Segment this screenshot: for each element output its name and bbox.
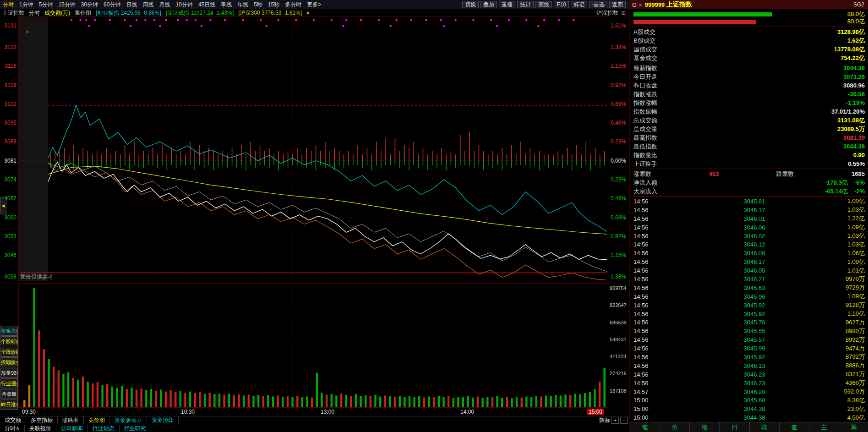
panel-tab[interactable]: 笔 <box>630 422 660 432</box>
panel-tab[interactable]: 日 <box>719 422 749 432</box>
panel-tab[interactable]: 联 <box>749 422 779 432</box>
tick-volume: 8.38亿 <box>765 396 865 405</box>
side-button[interactable]: 昨日涨停 <box>0 399 18 410</box>
side-button[interactable]: 个股诊断 <box>0 347 18 357</box>
panel-tab[interactable]: 价 <box>660 422 689 432</box>
info-tab[interactable]: 分时∧ <box>0 425 25 432</box>
pct-label: 1.38% <box>611 44 626 50</box>
chart-header-item[interactable]: 竞价图 <box>72 9 93 17</box>
indicator-tab[interactable]: 资金驱动力 <box>110 416 147 424</box>
timeframe-item[interactable]: 15秒 <box>265 1 282 9</box>
timeframe-item[interactable]: 10分钟 <box>173 1 195 9</box>
quote-row: A股成交3128.98亿 <box>630 27 868 36</box>
side-button[interactable]: 含权股 <box>0 389 18 399</box>
side-button[interactable]: 投顾服务 <box>0 357 18 367</box>
timeframe-item[interactable]: 15分钟 <box>55 1 78 9</box>
indicator-tab[interactable]: 多空指标 <box>26 416 58 424</box>
separator <box>630 27 868 27</box>
timeframe-item[interactable]: 分时 <box>0 1 16 9</box>
tick-price: 3046.12 <box>666 241 765 248</box>
volume-scale-label: 959754 <box>610 285 627 291</box>
down-count-label: 跌家数 <box>776 170 794 178</box>
toolbar-button[interactable]: 统计 <box>517 1 534 8</box>
quote-panel: 88.0亿80.0亿 A股成交3128.98亿B股成交1.62亿国债成交1377… <box>629 9 868 432</box>
tick-volume: 1.22亿 <box>765 214 865 223</box>
tick-row: 14:563046.238321万 <box>630 370 868 379</box>
timeframe-item[interactable]: 45日线 <box>196 1 218 9</box>
indicator-tab[interactable]: 资金博弈 <box>147 416 179 424</box>
toolbar-button[interactable]: 画线 <box>535 1 552 8</box>
overlay-quote[interactable]: [创业板指 2425.96 -0.86%] <box>93 9 164 17</box>
sidebar-header: G ≡ 999999 上证指数 SG2 <box>629 0 868 10</box>
toolbar-button[interactable]: -自选 <box>589 1 607 8</box>
close-icon[interactable]: × <box>26 28 29 35</box>
panel-tab[interactable]: 筹 <box>839 422 868 432</box>
timeframe-item[interactable]: 60分钟 <box>101 1 123 9</box>
tick-time: 14:56 <box>633 276 666 283</box>
tick-row: 14:563045.558980万 <box>630 327 868 335</box>
side-button[interactable]: 行业掘金 <box>0 378 18 388</box>
chart-header-right: 沪深指数 ⊞ <box>596 9 629 17</box>
flow-label: 大宗流入 <box>633 187 657 196</box>
timeframe-item[interactable]: 月线 <box>156 1 173 9</box>
toolbar-button[interactable]: 叠加 <box>480 1 497 8</box>
tick-volume: 1.09亿 <box>765 223 865 231</box>
info-tab[interactable]: 关联报价 <box>25 425 56 432</box>
timeframe-item[interactable]: 多分时 <box>282 1 304 9</box>
price-label: 3074 <box>4 176 16 183</box>
chart-canvas[interactable] <box>18 16 609 409</box>
timeframe-item[interactable]: 季线 <box>218 1 235 9</box>
timeframe-item[interactable]: 5分钟 <box>36 1 56 9</box>
price-label: 3053 <box>4 233 16 240</box>
info-tab[interactable]: 行业动态 <box>88 425 120 432</box>
toolbar-button[interactable]: 返回 <box>609 1 626 8</box>
tick-time: 15:00 <box>633 405 666 412</box>
timeframe-item[interactable]: 周线 <box>140 1 156 9</box>
info-tab[interactable]: 行业研究 <box>120 425 151 432</box>
pct-label: 0.23% <box>611 176 626 183</box>
timeframe-item[interactable]: 1分钟 <box>16 1 36 9</box>
chart-header-item[interactable]: 成交额(万) <box>42 9 72 17</box>
toolbar-button[interactable]: 重播 <box>499 1 515 8</box>
chart-header-item[interactable]: 分时 <box>27 9 42 17</box>
indicator-tab[interactable]: 涨跌率 <box>58 416 84 424</box>
panel-tab[interactable]: 主 <box>809 422 839 432</box>
timeframe-item[interactable]: 更多> <box>304 1 324 9</box>
timeframe-item[interactable]: 日线 <box>123 1 140 9</box>
chart-header-item[interactable]: 上证指数 <box>0 9 27 17</box>
tick-time: 14:56 <box>633 380 666 387</box>
panel-tab[interactable]: 细 <box>689 422 719 432</box>
flow-pct: -6% <box>854 179 865 186</box>
overlay-quote[interactable]: [深证成指 11027.24 -1.43%] <box>164 9 236 17</box>
tick-row: 15:003045.688.38亿 <box>630 396 868 405</box>
timeframe-item[interactable]: 5秒 <box>251 1 265 9</box>
info-tab[interactable]: 公司新闻 <box>56 425 88 432</box>
side-button[interactable]: 放量935 <box>0 368 18 378</box>
tick-volume: 9128万 <box>765 301 865 309</box>
tick-time: 14:56 <box>633 267 666 274</box>
indicator-tab[interactable]: 成交额 <box>0 416 26 424</box>
price-label: 3081 <box>4 158 16 164</box>
toolbar-button[interactable]: 标记 <box>571 1 587 8</box>
timeframe-item[interactable]: 30分钟 <box>78 1 101 9</box>
panel-tabs: 笔价细日联值主筹 <box>630 422 868 432</box>
indicator-tab[interactable]: 竞价图 <box>84 416 110 424</box>
side-button[interactable]: 个股研报 <box>0 336 18 346</box>
quote-value: 3044.38 <box>843 65 865 71</box>
panel-tab[interactable]: 值 <box>779 422 809 432</box>
toolbar-button[interactable]: 切换 <box>462 1 479 8</box>
intraday-chart[interactable]: × 竞价仅供参考 <box>18 16 609 409</box>
index-board-link[interactable]: 沪深指数 <box>596 9 621 17</box>
add-indicator-button[interactable]: + <box>611 417 619 424</box>
hamburger-icon[interactable]: ≡ <box>639 1 645 8</box>
indicator-label[interactable]: 指标 <box>599 416 610 424</box>
panel-grid-icon[interactable]: ⊞ <box>621 10 626 16</box>
collapse-arrow-icon[interactable]: ◀ <box>0 197 6 214</box>
toolbar-button[interactable]: F10 <box>554 1 569 8</box>
remove-indicator-button[interactable]: - <box>620 417 628 424</box>
side-button[interactable]: 资金流向 <box>0 326 18 336</box>
overlay-quote[interactable]: [沪深300 3776.53 -1.61%] <box>236 9 304 17</box>
tick-price: 3046.06 <box>666 224 765 231</box>
timeframe-item[interactable]: 年线 <box>235 1 251 9</box>
topbar: 分时1分钟5分钟15分钟30分钟60分钟日线周线月线10分钟45日线季线年线5秒… <box>0 0 629 10</box>
